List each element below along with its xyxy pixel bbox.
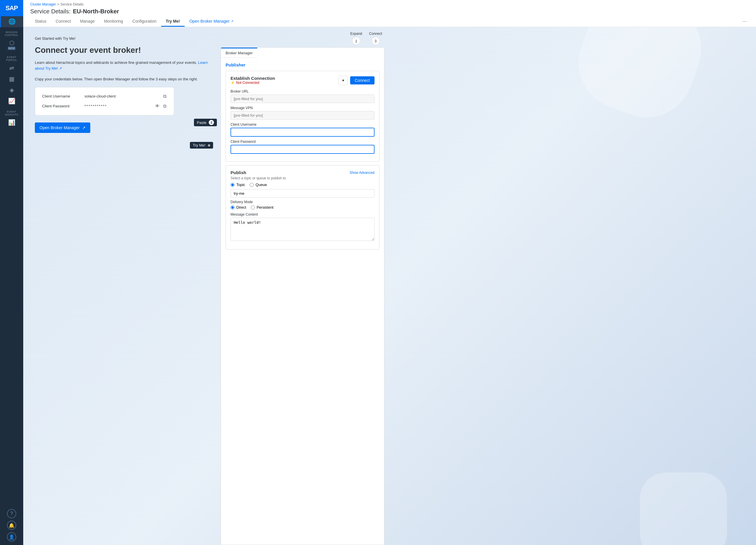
username-value: solace-cloud-client [84,94,158,98]
publish-subtitle: Select a topic or queue to publish to [231,176,375,180]
publish-title: Publish [231,170,246,175]
password-actions: 👁 ⧉ [154,103,167,109]
credentials-box: Client Username solace-cloud-client ⧉ Cl… [35,87,174,116]
sidebar-item-bar-chart[interactable]: 📊 [0,117,23,128]
mission-control-label: Mission Control [0,31,23,37]
sidebar-item-web[interactable]: ◈ [0,85,23,96]
page-title-label: Service Details: [30,8,71,15]
help-button[interactable]: ? [7,509,16,518]
step-connect: Connect 3 [369,32,382,45]
direct-radio-input[interactable] [231,206,235,210]
password-label: Client Password [42,104,80,108]
publish-header: Publish Show Advanced [231,170,375,175]
bg-shape-1 [566,27,714,130]
header: Cluster Manager > Service Details Servic… [23,0,756,27]
sidebar-item-docs[interactable]: ▦ [0,74,23,85]
broker-card-tab[interactable]: Broker Manager [221,48,257,58]
breadcrumb: Cluster Manager > Service Details [30,0,749,6]
get-started-label: Get Started with Try Me! [35,36,209,41]
delivery-mode-label: Delivery Mode [231,200,375,204]
step-connect-label: Connect [369,32,382,36]
notifications-button[interactable]: 🔔 [7,521,16,530]
event-portal-label: Event Portal [0,56,23,62]
external-link-icon: ↗ [231,19,233,23]
tab-manage[interactable]: Manage [75,17,100,27]
sap-logo-text: SAP [6,4,18,12]
establish-header: Establish Connection ⚡ Not Connected ▾ [231,76,375,88]
topic-radio-input[interactable] [231,183,235,187]
username-actions: ⧉ [163,93,167,100]
sap-logo: SAP [0,0,23,16]
not-connected-icon: ⚡ [231,81,235,85]
client-username-input[interactable] [231,128,375,137]
copy-username-button[interactable]: ⧉ [163,93,167,100]
open-broker-manager-button[interactable]: Open Broker Manager ↗ [35,123,90,133]
message-vpn-label: Message VPN [231,106,375,110]
not-connected-text: Not Connected [236,81,259,85]
breadcrumb-current: Service Details [60,2,84,6]
open-broker-icon: ↗ [82,125,86,130]
learn-link-icon: ↗ [59,66,62,71]
establish-title-group: Establish Connection ⚡ Not Connected [231,76,275,88]
user-button[interactable]: 👤 [7,532,16,542]
persistent-radio-option[interactable]: Persistent [251,205,273,210]
delivery-mode-radio-group: Direct Persistent [231,205,375,210]
establish-title: Establish Connection [231,76,275,81]
step-connect-number: 3 [372,37,380,45]
tab-open-broker-manager[interactable]: Open Broker Manager ↗ [185,17,238,27]
copy-instructions: Copy your credentials below. Then open B… [35,76,209,82]
client-password-input[interactable] [231,145,375,154]
message-content-field: Message Content Hello world! [231,213,375,242]
broker-url-field: Broker URL [231,89,375,103]
topic-radio-option[interactable]: Topic [231,183,245,187]
left-panel: Get Started with Try Me! Connect your ev… [23,27,221,545]
try-me-badge: Try Me! [190,142,213,149]
sidebar-item-arrows[interactable]: ⇌ [0,63,23,74]
page-title-value: EU-North-Broker [73,8,119,15]
tab-configuration[interactable]: Configuration [128,17,161,27]
more-options-button[interactable]: ··· [740,16,749,27]
password-masked: *********** [84,104,150,108]
queue-radio-option[interactable]: Queue [250,183,267,187]
paste-label: Paste [197,121,206,125]
beta-badge: BETA [8,47,15,50]
sidebar-item-mission-control[interactable]: 🌐 [0,16,23,27]
globe-icon: 🌐 [8,19,16,24]
try-me-label: Try Me! [193,143,206,148]
paste-number: 2 [209,120,214,125]
broker-url-input[interactable] [231,95,375,103]
bg-shape-2 [640,472,727,545]
message-content-input[interactable]: Hello world! [231,218,375,241]
chart-line-icon: 📈 [8,98,15,104]
broker-card-inner: Publisher Establish Connection ⚡ Not Con… [221,58,384,254]
topic-input[interactable] [231,189,375,198]
sidebar-item-share[interactable]: ⬡ BETA [0,38,23,52]
paste-badge: Paste 2 [194,119,217,126]
sidebar: SAP 🌐 Mission Control ⬡ BETA Event Porta… [0,0,23,545]
client-password-field: Client Password [231,140,375,154]
queue-radio-input[interactable] [250,183,254,187]
tab-connect[interactable]: Connect [51,17,75,27]
show-advanced-link[interactable]: Show Advanced [350,171,375,175]
share-icon: ⬡ [9,40,14,46]
direct-radio-option[interactable]: Direct [231,205,246,210]
step-expand-label: Expand [350,32,362,36]
sidebar-item-chart-line[interactable]: 📈 [0,96,23,107]
show-password-button[interactable]: 👁 [154,103,160,109]
dropdown-icon: ▾ [342,78,344,82]
step-expand-number: 1 [352,37,360,45]
sidebar-bottom: ? 🔔 👤 [0,508,23,545]
client-password-label: Client Password [231,140,375,144]
persistent-radio-input[interactable] [251,206,255,210]
breadcrumb-parent[interactable]: Cluster Manager [30,2,56,6]
tab-status[interactable]: Status [30,17,51,27]
tab-try-me[interactable]: Try Me! [161,17,185,27]
dropdown-button[interactable]: ▾ [339,76,348,85]
copy-password-button[interactable]: ⧉ [163,103,167,109]
connect-button[interactable]: Connect [350,76,375,85]
message-vpn-input[interactable] [231,111,375,120]
tab-monitoring[interactable]: Monitoring [99,17,127,27]
establish-connection-section: Establish Connection ⚡ Not Connected ▾ [226,71,379,162]
tabs-row: Status Connect Manage Monitoring Configu… [30,16,749,27]
connect-heading: Connect your event broker! [35,45,209,55]
